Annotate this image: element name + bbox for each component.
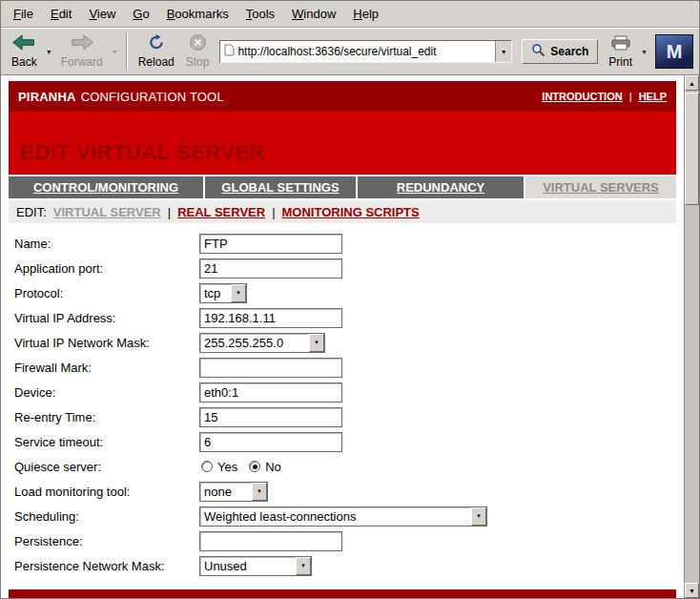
subnav-link-virtual-server[interactable]: VIRTUAL SERVER — [53, 205, 161, 219]
back-icon — [11, 34, 36, 54]
print-button[interactable]: Print — [604, 31, 637, 72]
subnav-link-monitoring-scripts[interactable]: MONITORING SCRIPTS — [282, 205, 420, 219]
scrollbar-thumb[interactable] — [685, 93, 699, 205]
service-timeout-label: Service timeout: — [9, 435, 199, 449]
separator: | — [272, 205, 275, 219]
persistence-input[interactable] — [199, 531, 342, 551]
reload-button[interactable]: Reload — [134, 31, 179, 72]
help-link[interactable]: HELP — [639, 91, 667, 102]
load-monitoring-tool-selected-value: none — [200, 485, 252, 499]
form-row-quiesce-server: Quiesce server:YesNo — [9, 454, 676, 479]
application-port-input[interactable] — [199, 258, 342, 279]
persistence-network-mask-selected-value: Unused — [200, 559, 296, 573]
quiesce-server-yes-radio-label: Yes — [217, 460, 237, 474]
menu-help[interactable]: Help — [344, 1, 387, 27]
bottom-red-bar — [9, 589, 676, 598]
tab-control-monitoring[interactable]: CONTROL/MONITORING — [9, 176, 203, 198]
menu-go[interactable]: Go — [124, 1, 157, 27]
quiesce-server-no-radio[interactable] — [249, 461, 260, 472]
scrollbar[interactable]: ▲ ▼ — [684, 75, 699, 598]
print-label: Print — [608, 55, 632, 69]
stop-icon — [190, 34, 206, 54]
chevron-down-icon: ▼ — [309, 334, 324, 352]
load-monitoring-tool-select[interactable]: none▼ — [199, 482, 268, 502]
back-button[interactable]: Back — [7, 31, 42, 72]
app-title: PIRANHACONFIGURATION TOOL — [18, 90, 224, 104]
url-bar[interactable]: ▼ — [219, 40, 512, 63]
form-row-service-timeout: Service timeout: — [9, 429, 676, 454]
subnav: EDIT:VIRTUAL SERVER|REAL SERVER|MONITORI… — [9, 200, 676, 223]
url-dropdown[interactable]: ▼ — [495, 41, 511, 62]
tab-virtual-servers[interactable]: VIRTUAL SERVERS — [525, 176, 676, 198]
re-entry-time-label: Re-entry Time: — [9, 410, 199, 424]
virtual-ip-address-input[interactable] — [199, 308, 342, 328]
service-timeout-input[interactable] — [199, 432, 342, 452]
menu-file[interactable]: File — [5, 1, 42, 27]
toolbar: Back ▼ Forward ▼ Reload Stop — [1, 28, 699, 75]
form: Name:Application port:Protocol:tcp▼Virtu… — [9, 231, 676, 578]
form-row-persistence: Persistence: — [9, 528, 676, 553]
firewall-mark-input[interactable] — [199, 358, 342, 378]
persistence-network-mask-label: Persistence Network Mask: — [9, 559, 199, 573]
scheduling-select[interactable]: Weighted least-connections▼ — [199, 506, 487, 527]
forward-dropdown[interactable]: ▼ — [110, 31, 120, 72]
tab-global-settings[interactable]: GLOBAL SETTINGS — [205, 176, 356, 198]
stop-button[interactable]: Stop — [181, 31, 215, 72]
url-input[interactable] — [235, 42, 495, 61]
mozilla-logo[interactable]: M — [655, 34, 693, 69]
form-row-re-entry-time: Re-entry Time: — [9, 404, 676, 429]
name-input[interactable] — [199, 234, 342, 254]
separator: | — [629, 91, 632, 102]
toolbar-separator — [126, 32, 128, 71]
chevron-down-icon: ▼ — [231, 284, 246, 302]
quiesce-server-no-radio-label: No — [265, 460, 281, 474]
menu-bookmarks[interactable]: Bookmarks — [158, 1, 237, 27]
form-row-firewall-mark: Firewall Mark: — [9, 355, 676, 380]
page: PIRANHACONFIGURATION TOOL INTRODUCTION |… — [1, 75, 684, 598]
protocol-label: Protocol: — [9, 286, 199, 300]
scrollbar-track[interactable] — [685, 91, 699, 583]
menu-view[interactable]: View — [80, 1, 124, 27]
separator: | — [168, 205, 171, 219]
tab-redundancy[interactable]: REDUNDANCY — [358, 176, 524, 198]
page-icon — [224, 43, 235, 60]
brand-rest: CONFIGURATION TOOL — [81, 90, 224, 104]
tab-bar: CONTROL/MONITORINGGLOBAL SETTINGSREDUNDA… — [9, 176, 676, 198]
menu-window[interactable]: Window — [283, 1, 344, 27]
header-links: INTRODUCTION | HELP — [542, 91, 667, 102]
menu-tools[interactable]: Tools — [237, 1, 283, 27]
virtual-ip-network-mask-select[interactable]: 255.255.255.0▼ — [199, 333, 325, 353]
search-button[interactable]: Search — [522, 39, 598, 64]
forward-label: Forward — [61, 55, 103, 69]
search-icon — [531, 43, 546, 60]
form-row-scheduling: Scheduling:Weighted least-connections▼ — [9, 504, 676, 528]
print-dropdown[interactable]: ▼ — [639, 31, 649, 72]
scroll-down-arrow[interactable]: ▼ — [685, 583, 699, 598]
re-entry-time-input[interactable] — [199, 407, 342, 427]
load-monitoring-tool-label: Load monitoring tool: — [9, 485, 199, 499]
protocol-select[interactable]: tcp▼ — [199, 283, 247, 303]
persistence-network-mask-select[interactable]: Unused▼ — [199, 556, 312, 576]
device-input[interactable] — [199, 382, 342, 403]
back-dropdown[interactable]: ▼ — [44, 31, 54, 72]
quiesce-server-yes-radio[interactable] — [201, 461, 213, 472]
menu-edit[interactable]: Edit — [42, 1, 80, 27]
page-title: EDIT VIRTUAL SERVER — [20, 140, 265, 165]
menu-bar: FileEditViewGoBookmarksToolsWindowHelp — [1, 1, 699, 28]
chevron-down-icon: ▼ — [471, 507, 486, 526]
scheduling-selected-value: Weighted least-connections — [200, 509, 471, 524]
quiesce-server-label: Quiesce server: — [9, 460, 199, 474]
reload-icon — [148, 34, 165, 54]
subnav-link-real-server[interactable]: REAL SERVER — [177, 205, 265, 219]
stop-label: Stop — [186, 55, 210, 69]
virtual-ip-address-label: Virtual IP Address: — [9, 311, 199, 325]
application-port-label: Application port: — [9, 261, 199, 276]
scroll-up-arrow[interactable]: ▲ — [685, 75, 699, 91]
title-band: EDIT VIRTUAL SERVER — [9, 112, 676, 175]
browser-window: FileEditViewGoBookmarksToolsWindowHelp B… — [0, 0, 700, 599]
virtual-ip-network-mask-selected-value: 255.255.255.0 — [200, 336, 309, 350]
scheduling-label: Scheduling: — [9, 509, 199, 524]
forward-button[interactable]: Forward — [56, 31, 108, 72]
form-row-device: Device: — [9, 380, 676, 404]
introduction-link[interactable]: INTRODUCTION — [542, 91, 622, 102]
